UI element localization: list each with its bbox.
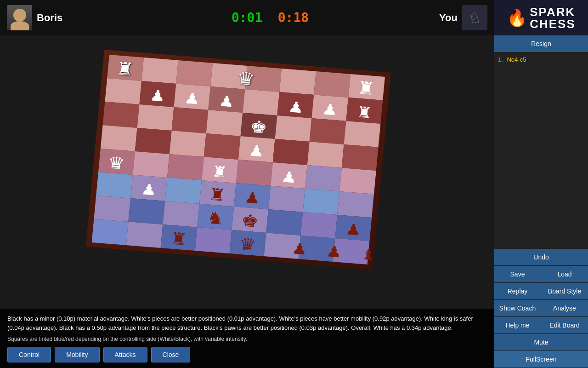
svg-text:♟: ♟ [218, 92, 235, 110]
svg-text:♚: ♚ [249, 117, 268, 137]
svg-text:♟: ♟ [183, 90, 200, 107]
svg-rect-22 [275, 115, 312, 142]
svg-text:♟: ♟ [291, 240, 308, 258]
player-you-name: You [439, 12, 458, 24]
board-container: ♜ ♛ ♜ ♟ ♟ ♟ ♟ ♟ ♜ ♚ ♟ [0, 35, 494, 322]
game-header: Boris 0:01 0:18 You ♘ 🔥 SPARK CHESS [0, 0, 588, 35]
svg-rect-13 [243, 89, 279, 115]
svg-rect-32 [342, 144, 379, 171]
svg-rect-34 [133, 151, 170, 178]
replay-button[interactable]: Replay [494, 283, 541, 300]
svg-text:♟: ♟ [287, 98, 304, 115]
player-left-area: Boris [0, 5, 230, 30]
move-number: 1. [498, 56, 503, 63]
info-overlay: Black has a minor (0.10p) material advan… [0, 309, 494, 368]
opponent-avatar [7, 5, 32, 30]
svg-rect-27 [170, 131, 206, 157]
load-button[interactable]: Load [541, 266, 588, 283]
svg-rect-39 [305, 165, 342, 191]
svg-text:♟: ♟ [243, 189, 260, 207]
player-avatar: ♘ [462, 5, 487, 30]
svg-rect-58 [126, 222, 163, 248]
svg-rect-19 [172, 107, 209, 133]
svg-rect-40 [339, 168, 376, 194]
resign-button[interactable]: Resign [494, 35, 588, 52]
opponent-name: Boris [37, 12, 62, 24]
svg-text:♟: ♟ [321, 101, 338, 118]
save-button[interactable]: Save [494, 266, 541, 283]
main-area: ♜ ♛ ♜ ♟ ♟ ♟ ♟ ♟ ♜ ♚ ♟ [0, 35, 588, 368]
svg-text:♟: ♟ [325, 243, 342, 260]
fullscreen-button[interactable]: FullScreen [494, 351, 588, 368]
svg-text:♜: ♜ [169, 229, 188, 248]
avatar-silhouette-icon: ♘ [469, 10, 481, 26]
svg-rect-46 [268, 186, 305, 212]
svg-rect-23 [310, 118, 346, 144]
chess-board-svg: ♜ ♛ ♜ ♟ ♟ ♟ ♟ ♟ ♜ ♚ ♟ [68, 46, 426, 312]
close-button[interactable]: Close [151, 347, 191, 362]
board-perspective-wrapper: ♜ ♛ ♜ ♟ ♟ ♟ ♟ ♟ ♜ ♚ ♟ [68, 46, 426, 312]
save-load-row: Save Load [494, 266, 588, 283]
svg-rect-2 [141, 58, 178, 84]
svg-rect-18 [137, 104, 174, 131]
svg-rect-25 [101, 125, 137, 151]
show-coach-button[interactable]: Show Coach [494, 300, 541, 317]
replay-boardstyle-row: Replay Board Style [494, 283, 588, 300]
help-me-button[interactable]: Help me [494, 317, 541, 334]
move-notation: Ne4-c5 [507, 56, 526, 63]
svg-text:♟: ♟ [140, 181, 157, 198]
board-area: ♜ ♛ ♜ ♟ ♟ ♟ ♟ ♟ ♜ ♚ ♟ [0, 35, 494, 368]
logo-chess: CHESS [530, 18, 576, 30]
svg-text:♟: ♟ [345, 221, 362, 238]
svg-rect-17 [103, 102, 140, 128]
svg-rect-60 [195, 227, 232, 253]
svg-rect-7 [314, 71, 351, 98]
squares-info-text: Squares are tinted blue/red depending on… [7, 336, 487, 342]
timer-separator [265, 11, 275, 25]
svg-text:♜: ♜ [356, 104, 373, 121]
edit-board-button[interactable]: Edit Board [541, 317, 588, 334]
svg-text:♞: ♞ [206, 208, 225, 228]
svg-rect-54 [266, 209, 303, 236]
svg-rect-31 [307, 142, 344, 168]
svg-text:♟: ♟ [149, 87, 166, 104]
svg-rect-49 [94, 196, 130, 222]
player-right-area: You ♘ [311, 5, 494, 30]
svg-rect-57 [92, 219, 129, 245]
svg-rect-28 [204, 133, 241, 160]
mute-button[interactable]: Mute [494, 334, 588, 351]
timer-area: 0:01 0:18 [230, 10, 311, 25]
attacks-button[interactable]: Attacks [103, 347, 147, 362]
svg-rect-9 [105, 78, 141, 104]
svg-rect-48 [337, 191, 374, 218]
svg-text:♟: ♟ [281, 168, 298, 186]
analysis-text: Black has a minor (0.10p) material advan… [7, 314, 487, 332]
info-buttons-row: Control Mobility Attacks Close [7, 347, 487, 362]
svg-text:♜: ♜ [356, 78, 377, 98]
svg-rect-43 [165, 178, 202, 204]
analyse-button[interactable]: Analyse [541, 300, 588, 317]
sidebar: Resign 1. Ne4-c5 Undo Save Load Replay B… [494, 35, 588, 368]
svg-text:♟: ♟ [248, 142, 265, 160]
board-style-button[interactable]: Board Style [541, 283, 588, 300]
svg-text:♛: ♛ [236, 68, 256, 89]
svg-text:♝: ♝ [360, 246, 377, 263]
control-button[interactable]: Control [7, 347, 51, 362]
move-list: 1. Ne4-c5 [494, 52, 588, 249]
svg-rect-50 [128, 198, 165, 224]
svg-text:♛: ♛ [107, 153, 125, 172]
undo-button[interactable]: Undo [494, 249, 588, 266]
svg-rect-20 [206, 110, 243, 136]
logo-spark: SPARK [530, 6, 575, 18]
white-rook-a8: ♜ [115, 58, 136, 79]
logo-area: 🔥 SPARK CHESS [494, 0, 588, 35]
timer-orange: 0:18 [278, 10, 309, 25]
svg-rect-37 [236, 160, 273, 186]
board-transform-group: ♜ ♛ ♜ ♟ ♟ ♟ ♟ ♟ ♜ ♚ ♟ [86, 49, 393, 270]
svg-rect-30 [273, 139, 310, 165]
mobility-button[interactable]: Mobility [55, 347, 99, 362]
svg-rect-41 [96, 172, 133, 198]
logo-text: SPARK CHESS [530, 6, 576, 30]
svg-rect-24 [344, 121, 381, 147]
svg-rect-47 [303, 189, 339, 215]
